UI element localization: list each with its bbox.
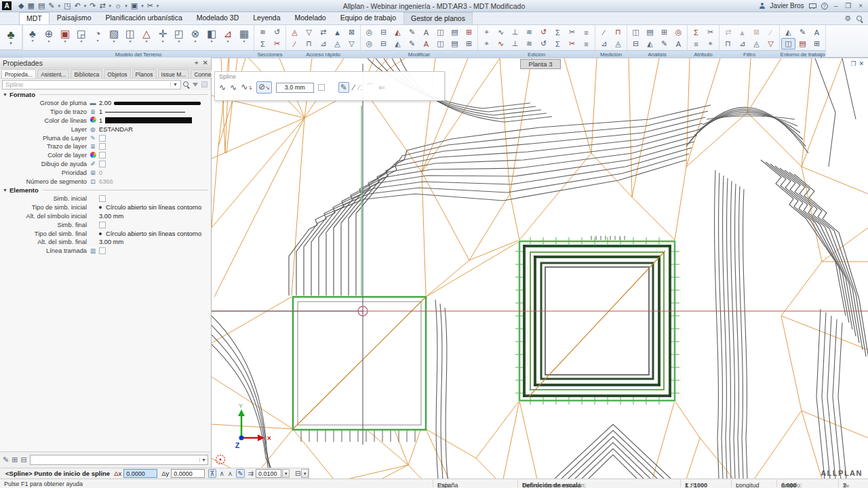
ribbon-tool-button[interactable]: A [810, 26, 824, 38]
draw-pen-toggle[interactable]: ✎ [338, 82, 349, 93]
representation-value[interactable]: Definición de escala [522, 482, 581, 488]
checkbox[interactable] [99, 161, 106, 167]
ribbon-tool-button[interactable]: ∕ [288, 38, 302, 49]
ribbon-tool-button[interactable]: ▽ [302, 26, 316, 38]
apply-grid-icon[interactable] [201, 81, 208, 87]
chevron-down-icon[interactable]: ▾ [84, 3, 87, 9]
element-filter-combobox[interactable]: Spline ▼ [2, 80, 181, 89]
spline-tolerance-toggle[interactable]: ⊘↘ [256, 81, 272, 94]
folder-open-icon[interactable]: ⊟ [20, 455, 26, 464]
ribbon-tool-button[interactable]: ▤ [643, 26, 657, 38]
ribbon-tool-button[interactable]: ◬ [611, 38, 625, 49]
property-value[interactable] [99, 195, 211, 202]
checkbox[interactable] [99, 247, 106, 254]
delta-x-input[interactable]: 0.0000 [123, 469, 157, 478]
viewport-close-icon[interactable]: ✕ [859, 60, 864, 67]
checkbox[interactable] [99, 135, 106, 142]
ribbon-tool-button[interactable]: ◫ [781, 38, 795, 49]
ribbon-tool-button[interactable]: ⊞ [810, 38, 824, 49]
quick-select-combobox[interactable]: ▼ [30, 455, 208, 465]
ribbon-tool-button[interactable]: ◰▾ [171, 26, 187, 44]
ribbon-tool-button[interactable]: ⊓ [302, 38, 316, 49]
ribbon-tool-button[interactable]: ▨▾ [106, 26, 122, 44]
property-value[interactable]: 3.00 mm [99, 213, 211, 220]
ribbon-tool-button[interactable]: Σ [256, 38, 270, 49]
property-value[interactable] [99, 222, 211, 228]
qat-icon[interactable]: ↷ [90, 2, 96, 9]
ribbon-tool-button[interactable]: ◫ [433, 26, 448, 38]
ribbon-tool-button[interactable]: ✂ [565, 26, 579, 38]
qat-icon[interactable]: ✂ [147, 2, 153, 9]
qat-icon[interactable]: ▦ [27, 2, 34, 9]
ribbon-tool-button[interactable]: ≡ [579, 38, 593, 49]
qat-icon[interactable]: ▤ [38, 2, 45, 9]
ribbon-tool-button[interactable]: ⌖ [703, 38, 717, 49]
ribbon-tool-button[interactable]: ⊗▾ [187, 26, 203, 44]
section-header-elemento[interactable]: ▼Elemento [0, 186, 211, 195]
drawing-file-tab[interactable]: Planta 3 [520, 59, 561, 69]
ribbon-tool-button[interactable]: ✂ [270, 38, 284, 49]
panel-search-icon[interactable] [183, 81, 189, 87]
menu-tab-planificaci-n-urban-stica[interactable]: Planificación urbanística [99, 12, 189, 24]
permille-value[interactable]: 2 [843, 482, 846, 488]
ribbon-tool-button[interactable]: ▽ [764, 38, 778, 49]
length-unit[interactable]: m [736, 482, 741, 488]
chevron-down-icon[interactable]: ▾ [141, 3, 144, 9]
offset-icon[interactable]: ⇉ [248, 470, 254, 477]
ribbon-tool-button[interactable]: ◭ [781, 26, 795, 38]
property-value[interactable]: Círculo abierto sin líneas contorno [99, 230, 211, 237]
ribbon-tool-button[interactable]: ∿ [494, 38, 508, 49]
close-button[interactable]: × [857, 2, 864, 9]
ribbon-tool-button[interactable]: ⊟ [629, 38, 643, 49]
ribbon-tool-button[interactable]: ⌖ [479, 26, 494, 38]
ribbon-tool-button[interactable]: ≋ [522, 38, 536, 49]
menu-tab-modelado[interactable]: Modelado [288, 12, 333, 24]
ribbon-tool-button[interactable]: ⊠ [749, 26, 764, 38]
property-value[interactable] [99, 247, 211, 254]
panel-tab-biblioteca[interactable]: Biblioteca [71, 69, 102, 78]
panel-tab-issue-m-[interactable]: Issue M... [158, 69, 190, 78]
chevron-down-icon[interactable]: ▾ [125, 3, 127, 9]
ribbon-tool-button[interactable]: Σ [689, 26, 703, 38]
ribbon-tool-button[interactable]: ▦▾ [236, 26, 252, 44]
snap-distance-dropdown[interactable]: ▼ [282, 469, 290, 478]
ribbon-tool-button[interactable]: ⊥ [508, 26, 522, 38]
ribbon-tool-button[interactable]: ◬ [330, 38, 344, 49]
ribbon-tool-button[interactable]: ▣▾ [57, 26, 73, 44]
ribbon-tool-button[interactable]: ⊿ [735, 38, 749, 49]
ribbon-tool-button[interactable]: ✎ [657, 38, 671, 49]
ribbon-tool-button[interactable]: ▤ [795, 38, 810, 49]
qat-icon[interactable]: ↶ [74, 2, 80, 9]
spline-open-icon[interactable]: ∿ [219, 83, 226, 92]
ribbon-tool-button[interactable]: ◎ [362, 38, 376, 49]
property-value[interactable]: 2.00 [99, 100, 211, 106]
terrain-model-drawing[interactable]: YZ× [212, 58, 868, 479]
ribbon-tool-button[interactable]: A [419, 38, 433, 49]
help-icon[interactable]: ? [821, 3, 828, 9]
property-value[interactable]: 1 [99, 108, 211, 115]
ribbon-tool-button[interactable]: ⊟ [376, 26, 391, 38]
panel-tab-asistent-[interactable]: Asistent... [37, 69, 69, 78]
drawing-pen-toggle[interactable]: ✎ [236, 469, 244, 478]
property-value[interactable] [99, 135, 211, 142]
ribbon-tool-button[interactable]: ≋ [522, 26, 536, 38]
ribbon-tool-button[interactable]: ⊞ [657, 26, 671, 38]
ribbon-tool-button[interactable]: ≡ [689, 38, 703, 49]
ribbon-tool-button[interactable]: ∕ [764, 26, 778, 38]
ribbon-tool-button[interactable]: ✂ [703, 26, 717, 38]
qat-icon[interactable]: ⇄ [99, 2, 105, 9]
ribbon-tool-button[interactable]: ▲ [735, 26, 749, 38]
menu-tab-gestor-de-planos[interactable]: Gestor de planos [403, 12, 473, 24]
ribbon-tool-button[interactable]: Σ [551, 38, 565, 49]
angle-snap-icon[interactable]: ∧ [220, 470, 224, 477]
vehicle-icon[interactable]: ⊟ [295, 470, 300, 477]
ribbon-tool-button[interactable]: ◫ [629, 26, 643, 38]
ribbon-tool-button[interactable]: ◬ [288, 26, 302, 38]
vehicle-dropdown[interactable]: ▼ [301, 469, 309, 478]
ribbon-tool-button[interactable]: ▽ [344, 38, 359, 49]
ribbon-tool-button[interactable]: ⇄ [316, 26, 330, 38]
chevron-down-icon[interactable]: ▼ [170, 82, 178, 87]
panel-tab-planos[interactable]: Planos [132, 69, 157, 78]
spline-checkbox[interactable] [318, 84, 325, 91]
ribbon-tool-button[interactable]: Σ [551, 26, 565, 38]
